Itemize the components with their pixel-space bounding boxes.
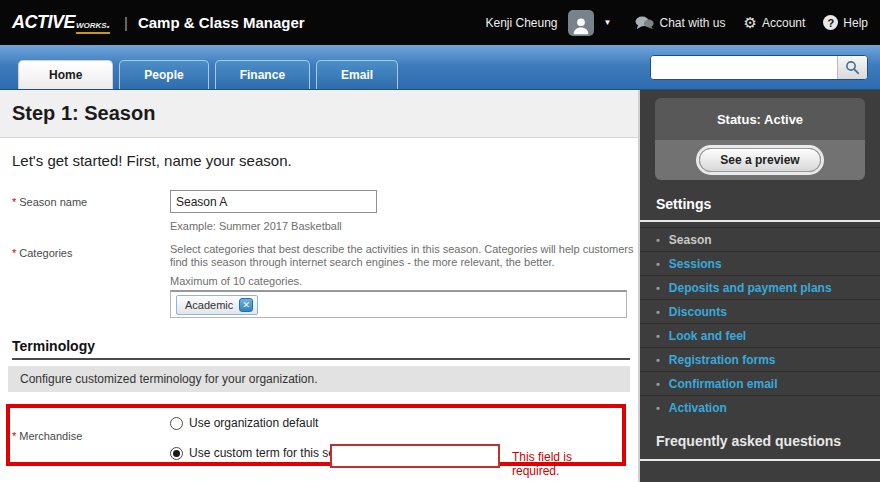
season-name-input[interactable] (170, 190, 377, 213)
category-tag: Academic ✕ (176, 295, 258, 315)
bullet-icon: • (656, 282, 660, 294)
account-link[interactable]: ⚙ Account (744, 15, 806, 30)
sidebar-item-label: Registration forms (669, 353, 776, 367)
user-avatar[interactable] (568, 10, 594, 36)
step-header-band: Step 1: Season (0, 90, 638, 138)
annotation-highlight-box: *Merchandise Use organization default Us… (6, 404, 626, 466)
help-link[interactable]: ? Help (823, 15, 868, 30)
bullet-icon: • (656, 330, 660, 342)
chat-bubbles-icon (635, 16, 654, 30)
search-input[interactable] (651, 56, 837, 79)
tab-people[interactable]: People (119, 60, 208, 89)
chevron-down-icon[interactable]: ▼ (604, 18, 612, 27)
bullet-icon: • (656, 378, 660, 390)
bullet-icon: • (656, 306, 660, 318)
sidebar-item-confirmation-email[interactable]: • Confirmation email (640, 371, 880, 395)
bullet-icon: • (656, 234, 660, 246)
sidebar-item-label: Look and feel (669, 329, 746, 343)
chat-link-label: Chat with us (659, 16, 725, 30)
main-content: Step 1: Season Let's get started! First,… (0, 90, 638, 482)
account-link-label: Account (762, 16, 805, 30)
sidebar-item-discounts[interactable]: • Discounts (640, 299, 880, 323)
activeworks-logo: ACTIVE works. (12, 12, 110, 34)
intro-text: Let's get started! First, name your seas… (12, 152, 292, 169)
gear-icon: ⚙ (744, 15, 757, 30)
categories-max-note: Maximum of 10 categories. (170, 275, 302, 287)
remove-tag-icon[interactable]: ✕ (239, 298, 253, 312)
tab-email[interactable]: Email (316, 60, 398, 89)
sidebar-item-look-and-feel[interactable]: • Look and feel (640, 323, 880, 347)
sidebar-item-label: Sessions (669, 257, 722, 271)
validation-error-text: This field is required. (512, 450, 622, 478)
categories-description: Select categories that best describe the… (170, 243, 648, 269)
see-preview-button[interactable]: See a preview (699, 148, 820, 172)
search-box (650, 55, 868, 80)
categories-label: *Categories (12, 247, 72, 259)
tab-finance[interactable]: Finance (215, 60, 310, 89)
nav-bar: Home People Finance Email (0, 45, 880, 90)
status-badge: Status: Active (655, 98, 865, 140)
option-org-default: Use organization default (170, 416, 318, 430)
settings-heading: Settings (656, 196, 880, 212)
radio-org-default[interactable] (170, 417, 183, 430)
required-asterisk: * (12, 430, 16, 442)
faq-heading: Frequently asked questions (656, 433, 880, 449)
required-asterisk: * (12, 247, 16, 259)
search-button[interactable] (837, 56, 867, 79)
radio-custom-term[interactable] (170, 447, 183, 460)
terminology-subtitle-bar: Configure customized terminology for you… (8, 366, 630, 392)
season-name-label: *Season name (12, 196, 87, 208)
sidebar-divider (640, 459, 880, 461)
sidebar-item-sessions[interactable]: • Sessions (640, 251, 880, 275)
sidebar-item-activation[interactable]: • Activation (640, 395, 880, 419)
category-tag-label: Academic (185, 299, 233, 311)
sidebar-item-label: Activation (669, 401, 727, 415)
bullet-icon: • (656, 402, 660, 414)
bullet-icon: • (656, 258, 660, 270)
bullet-icon: • (656, 354, 660, 366)
sidebar-item-registration-forms[interactable]: • Registration forms (640, 347, 880, 371)
option-org-default-label: Use organization default (189, 416, 318, 430)
sidebar-item-label: Confirmation email (669, 377, 778, 391)
nav-tabs: Home People Finance Email (18, 60, 398, 89)
app-window: ACTIVE works. | Camp & Class Manager Ken… (0, 0, 880, 482)
terminology-heading: Terminology (12, 338, 630, 360)
sidebar-item-deposits[interactable]: • Deposits and payment plans (640, 275, 880, 299)
season-name-hint: Example: Summer 2017 Basketball (170, 220, 342, 232)
person-icon (570, 14, 592, 36)
logo-brand: ACTIVE (12, 12, 75, 33)
top-bar: ACTIVE works. | Camp & Class Manager Ken… (0, 0, 880, 45)
help-link-label: Help (843, 16, 868, 30)
search-icon (845, 60, 860, 75)
status-panel: Status: Active See a preview (655, 98, 865, 180)
sidebar-item-label: Deposits and payment plans (669, 281, 832, 295)
sidebar: Status: Active See a preview Settings • … (638, 90, 880, 482)
required-asterisk: * (12, 196, 16, 208)
sidebar-item-label: Season (669, 233, 712, 247)
help-icon: ? (823, 15, 838, 30)
merchandise-label: *Merchandise (12, 430, 82, 442)
product-title: Camp & Class Manager (138, 14, 305, 31)
user-name: Kenji Cheung (485, 16, 557, 30)
sidebar-item-label: Discounts (669, 305, 727, 319)
chat-link[interactable]: Chat with us (635, 16, 725, 30)
tab-home[interactable]: Home (18, 60, 113, 89)
logo-brand-suffix: works. (76, 17, 110, 34)
logo-divider: | (124, 14, 128, 31)
custom-term-input[interactable] (330, 444, 500, 468)
sidebar-item-season[interactable]: • Season (640, 227, 880, 251)
page-title: Step 1: Season (12, 102, 638, 125)
categories-input[interactable]: Academic ✕ (170, 290, 627, 318)
